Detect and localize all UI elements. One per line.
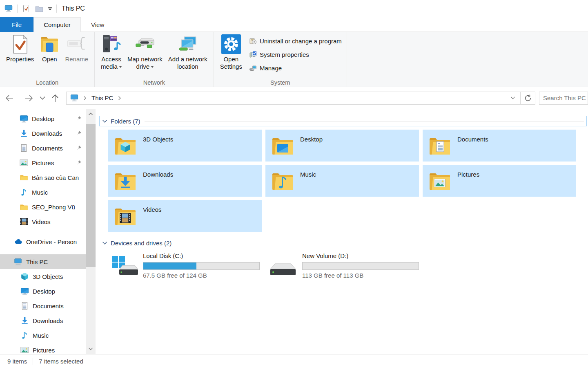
chevron-down-icon[interactable] (102, 119, 107, 123)
sidebar-item-documents[interactable]: Documents (0, 141, 86, 155)
sidebar-item-desktop[interactable]: Desktop (0, 111, 86, 126)
documents-icon (20, 302, 29, 310)
recent-locations-button[interactable] (39, 93, 46, 103)
sidebar-item-onedrive-person[interactable]: OneDrive - Person (0, 234, 86, 249)
folder-downloads-icon (114, 171, 137, 191)
sidebar-item-videos[interactable]: Videos (0, 214, 86, 229)
group-label: Network (95, 79, 214, 86)
address-dropdown-icon[interactable] (510, 96, 515, 100)
sidebar-item-label: Bản sao của Can (32, 174, 79, 181)
tile-documents[interactable]: Documents (423, 130, 576, 162)
tile-desktop[interactable]: Desktop (265, 130, 419, 162)
sidebar-scrollbar[interactable] (86, 109, 96, 354)
back-button[interactable] (4, 93, 15, 103)
computer-icon[interactable] (4, 4, 13, 13)
desktop-icon (20, 287, 29, 295)
properties-button[interactable]: Properties (3, 34, 37, 64)
sidebar-item-label: Music (33, 332, 49, 339)
quick-access-toolbar (4, 4, 57, 13)
sidebar-item-label: Desktop (33, 288, 55, 295)
sidebar-item-desktop[interactable]: Desktop (0, 284, 86, 298)
address-bar[interactable]: This PC (66, 92, 535, 105)
section-title: Folders (7) (111, 118, 140, 125)
folder-3d-icon (114, 135, 137, 156)
drive-d-icon (270, 255, 298, 278)
sidebar-item-pictures[interactable]: Pictures (0, 343, 86, 354)
sidebar-item-label: Pictures (33, 347, 55, 354)
access-media-icon (102, 34, 121, 54)
tile-music[interactable]: Music (265, 165, 419, 197)
access-media-button[interactable]: Accessmedia (98, 34, 125, 71)
music-icon (20, 188, 28, 196)
drive-name: New Volume (D:) (302, 252, 419, 261)
chevron-right-icon[interactable] (83, 96, 87, 101)
chevron-down-icon[interactable] (102, 241, 107, 245)
ribbon: PropertiesOpenRenameLocationAccessmediaM… (0, 32, 588, 87)
sidebar-item-music[interactable]: Music (0, 185, 86, 200)
pictures-icon (20, 159, 28, 167)
tile-videos[interactable]: Videos (108, 200, 262, 232)
scrollbar-thumb[interactable] (86, 124, 96, 267)
documents-icon (20, 144, 28, 152)
scroll-down-button[interactable] (86, 347, 96, 351)
open-settings-button[interactable]: OpenSettings (217, 34, 245, 71)
folder-desktop-icon (271, 135, 294, 156)
uninstall-or-change-a-program-button[interactable]: Uninstall or change a program (249, 37, 342, 45)
tile-label: Desktop (300, 136, 323, 162)
cube-icon (20, 272, 29, 280)
new-folder-shortcut-icon[interactable] (35, 4, 44, 13)
sidebar-item-seo-phong-v[interactable]: SEO_Phong Vũ (0, 200, 86, 214)
capacity-bar (302, 262, 419, 270)
folders-grid: 3D ObjectsDesktopDocumentsDownloadsMusic… (108, 130, 588, 232)
section-header-folders-7[interactable]: Folders (7) (99, 116, 587, 126)
tile-pictures[interactable]: Pictures (423, 165, 576, 197)
sidebar-item-b-n-sao-c-a-can[interactable]: Bản sao của Can (0, 170, 86, 185)
open-button[interactable]: Open (37, 34, 62, 64)
properties-shortcut-icon[interactable] (22, 4, 31, 13)
file-explorer-window: This PC FileComputerView PropertiesOpenR… (0, 0, 588, 368)
rename-button[interactable]: Rename (62, 34, 91, 64)
scroll-up-button[interactable] (86, 112, 96, 116)
drive-new-volume-d[interactable]: New Volume (D:)113 GB free of 113 GB (270, 252, 419, 279)
manage-button[interactable]: Manage (249, 64, 342, 72)
status-divider (33, 358, 33, 365)
drives-row: Local Disk (C:)67.5 GB free of 124 GBNew… (110, 252, 588, 279)
sidebar-item-this-pc[interactable]: This PC (0, 254, 86, 269)
drive-name: Local Disk (C:) (143, 252, 260, 261)
tile-3d-objects[interactable]: 3D Objects (108, 130, 262, 162)
sidebar-item-documents[interactable]: Documents (0, 298, 86, 313)
button-label: Map networkdrive (127, 56, 163, 70)
breadcrumb-this-pc[interactable]: This PC (91, 94, 113, 101)
tab-file[interactable]: File (0, 17, 33, 32)
drive-local-disk-c[interactable]: Local Disk (C:)67.5 GB free of 124 GB (110, 252, 260, 279)
button-label: System properties (260, 51, 309, 58)
button-label: Manage (260, 65, 282, 72)
customize-quick-access-icon[interactable] (48, 7, 52, 11)
refresh-button[interactable] (520, 92, 535, 104)
sidebar-item-music[interactable]: Music (0, 328, 86, 343)
folder-pictures-icon (428, 171, 451, 191)
chevron-right-icon[interactable] (118, 96, 121, 101)
sidebar-item-label: Downloads (32, 130, 62, 137)
section-header-devices-and-drives-2[interactable]: Devices and drives (2) (99, 238, 587, 248)
sidebar-item-3d-objects[interactable]: 3D Objects (0, 269, 86, 284)
chevron-up-icon (88, 112, 93, 116)
add-a-network-location-button[interactable]: Add a networklocation (165, 34, 210, 71)
tab-computer[interactable]: Computer (33, 17, 81, 32)
ribbon-group-location: PropertiesOpenRenameLocation (0, 32, 95, 87)
tile-downloads[interactable]: Downloads (108, 165, 262, 197)
group-label: System (214, 79, 347, 86)
tab-view[interactable]: View (81, 17, 114, 32)
chevron-down-icon (88, 347, 93, 351)
sidebar-item-pictures[interactable]: Pictures (0, 155, 86, 170)
sidebar-item-downloads[interactable]: Downloads (0, 313, 86, 328)
up-button[interactable] (50, 93, 60, 103)
system-properties-button[interactable]: System properties (249, 50, 342, 58)
button-label: Add a networklocation (168, 56, 207, 70)
map-network-drive-button[interactable]: Map networkdrive (125, 34, 165, 71)
forward-button[interactable] (24, 93, 34, 103)
search-box[interactable]: Search This PC (539, 92, 588, 105)
sidebar-item-downloads[interactable]: Downloads (0, 126, 86, 141)
button-label: Accessmedia (101, 56, 122, 70)
drive-info: New Volume (D:)113 GB free of 113 GB (302, 252, 419, 279)
